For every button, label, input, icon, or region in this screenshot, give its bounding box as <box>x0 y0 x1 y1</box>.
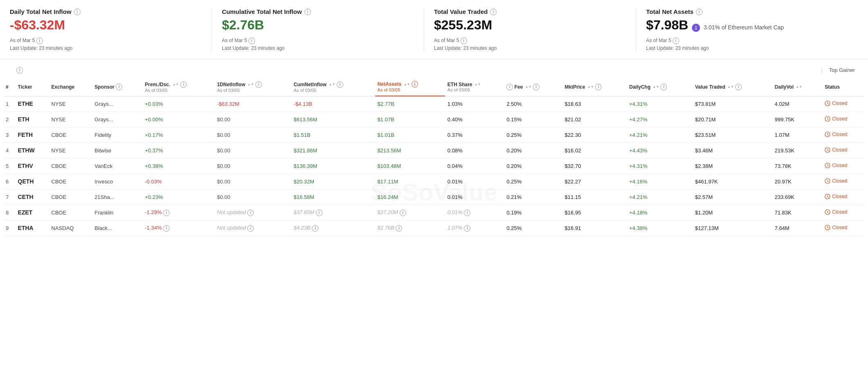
metric-as-of-info-daily-net-inflow[interactable]: i <box>36 38 43 44</box>
net-assets-info-icon[interactable]: i <box>412 81 418 87</box>
cum-info-icon[interactable]: i <box>337 81 343 88</box>
col-prem-dsc[interactable]: Prem./Dsc. ▲▼ i As of 03/05 <box>143 78 215 96</box>
td-value-traded: $23.51M <box>693 127 772 143</box>
sort-top-gainer[interactable]: Top Gainer <box>825 66 858 74</box>
metric-title-daily-net-inflow: Daily Total Net Inflow i <box>10 8 202 15</box>
table-row[interactable]: 8 EZET CBOE Franklin -1.29% i Not update… <box>3 205 865 220</box>
prem-info-icon[interactable]: i <box>180 81 187 88</box>
td-ticker[interactable]: ETHV <box>16 158 49 174</box>
td-1d-net-inflow: $0.00 <box>215 158 291 174</box>
row-info-icon[interactable]: i <box>163 225 170 232</box>
td-status: Closed <box>822 205 865 220</box>
metric-info-total-value-traded[interactable]: i <box>490 9 497 15</box>
metric-as-of-info-cumulative-net-inflow[interactable]: i <box>248 38 255 44</box>
na-info-icon-row[interactable]: i <box>396 225 402 232</box>
metric-info-cumulative-net-inflow[interactable]: i <box>304 9 311 15</box>
td-mkt-price: $22.27 <box>562 174 627 189</box>
td-cum-net-inflow: $321.86M <box>291 143 375 158</box>
col-value-traded[interactable]: Value Traded ▲▼ i <box>693 78 772 96</box>
status-text: Closed <box>832 163 847 168</box>
cum-info-icon-row[interactable]: i <box>316 210 322 216</box>
td-status: Closed <box>822 189 865 205</box>
table-row[interactable]: 5 ETHV CBOE VanEck +0.38% $0.00 $136.39M… <box>3 158 865 174</box>
td-1d-net-inflow: Not updated i <box>215 220 291 236</box>
col-mkt-price[interactable]: MktPrice ▲▼ i <box>562 78 627 96</box>
col-cum-net-inflow[interactable]: CumNetInflow ▲▼ i As of 03/05 <box>291 78 375 96</box>
td-status: Closed <box>822 143 865 158</box>
td-ticker[interactable]: CETH <box>16 189 49 205</box>
1d-sort-arrows: ▲▼ <box>248 83 254 86</box>
cum-info-icon-row[interactable]: i <box>312 225 318 232</box>
eth-share-info-icon-row[interactable]: i <box>464 225 470 232</box>
td-fee: 0.20% <box>504 143 562 158</box>
net-assets-sort-arrows: ▲▼ <box>404 83 410 86</box>
td-eth-share: 0.08% <box>445 143 504 158</box>
table-row[interactable]: 1 ETHE NYSE Grays... +0.03% -$63.32M -$4… <box>3 96 865 112</box>
metric-title-total-net-assets: Total Net Assets i <box>646 8 848 15</box>
col-num: # <box>3 78 16 96</box>
td-net-assets: $103.48M <box>375 158 445 174</box>
metric-as-of-info-total-net-assets[interactable]: i <box>673 38 679 44</box>
status-text: Closed <box>832 147 847 153</box>
td-exchange: NASDAQ <box>49 220 92 236</box>
table-row[interactable]: 9 ETHA NASDAQ Black... -1.34% i Not upda… <box>3 220 865 236</box>
col-1d-net-inflow[interactable]: 1DNetInflow ▲▼ i As of 03/05 <box>215 78 291 96</box>
td-ticker[interactable]: FETH <box>16 127 49 143</box>
daily-chg-info-icon[interactable]: i <box>660 84 667 90</box>
eth-share-info-icon-row[interactable]: i <box>464 210 470 216</box>
metric-card-total-net-assets: Total Net Assets i $7.98B Ξ 3.01% of Eth… <box>646 8 858 52</box>
1d-info-icon[interactable]: i <box>255 81 262 88</box>
na-info-icon-row[interactable]: i <box>400 210 406 216</box>
td-net-assets: $2.77B <box>375 96 445 112</box>
metric-info-total-net-assets[interactable]: i <box>696 9 702 15</box>
metric-value-total-net-assets: $7.98B Ξ 3.01% of Ethereum Market Cap <box>646 18 848 33</box>
metric-card-total-value-traded: Total Value Traded i $255.23M As of Mar … <box>434 8 636 52</box>
td-num: 6 <box>3 174 16 189</box>
eth-share-sort-arrows: ▲▼ <box>474 83 481 86</box>
fee-info-icon2[interactable]: i <box>533 84 539 90</box>
td-cum-net-inflow: $1.51B <box>291 127 375 143</box>
td-ticker[interactable]: ETH <box>16 112 49 127</box>
market-info-icon[interactable]: i <box>16 67 23 74</box>
col-fee[interactable]: i Fee ▲▼ i <box>504 78 562 96</box>
td-value-traded: $127.13M <box>693 220 772 236</box>
td-daily-vol: 7.64M <box>772 220 823 236</box>
col-net-assets[interactable]: NetAssets ▲▼ i As of 03/05 <box>375 78 445 96</box>
inflow-info-icon[interactable]: i <box>247 225 254 232</box>
col-daily-chg[interactable]: DailyChg ▲▼ i <box>627 78 693 96</box>
td-eth-share: 0.37% <box>445 127 504 143</box>
td-daily-chg: +4.21% <box>627 189 693 205</box>
td-ticker[interactable]: ETHW <box>16 143 49 158</box>
mkt-info-icon[interactable]: i <box>595 84 602 90</box>
row-info-icon[interactable]: i <box>163 210 170 216</box>
td-daily-chg: +4.18% <box>627 205 693 220</box>
inflow-info-icon[interactable]: i <box>247 210 254 216</box>
sponsor-info-icon[interactable]: i <box>116 84 122 90</box>
td-ticker[interactable]: EZET <box>16 205 49 220</box>
status-text: Closed <box>832 132 847 137</box>
table-row[interactable]: 2 ETH NYSE Grays... +0.00% $0.00 $613.56… <box>3 112 865 127</box>
vt-info-icon[interactable]: i <box>735 84 742 90</box>
metric-info-daily-net-inflow[interactable]: i <box>74 9 81 15</box>
clock-icon <box>825 116 830 122</box>
td-daily-chg: +4.21% <box>627 127 693 143</box>
td-value-traded: $2.57M <box>693 189 772 205</box>
metric-as-of-info-total-value-traded[interactable]: i <box>461 38 467 44</box>
fee-info-icon[interactable]: i <box>506 84 513 90</box>
col-daily-vol[interactable]: DailyVol ▲▼ <box>772 78 823 96</box>
sort-net-assets[interactable] <box>811 69 818 71</box>
status-text: Closed <box>832 194 847 199</box>
daily-chg-sort-arrows: ▲▼ <box>653 85 659 89</box>
table-row[interactable]: 7 CETH CBOE 21Sha... +0.23% $0.00 $16.58… <box>3 189 865 205</box>
table-row[interactable]: 4 ETHW NYSE Bitwise +0.37% $0.00 $321.86… <box>3 143 865 158</box>
td-1d-net-inflow: -$63.32M <box>215 96 291 112</box>
td-status: Closed <box>822 174 865 189</box>
td-ticker[interactable]: ETHE <box>16 96 49 112</box>
td-net-assets: $2.76B i <box>375 220 445 236</box>
table-row[interactable]: 6 QETH CBOE Invesco -0.03% $0.00 $20.32M… <box>3 174 865 189</box>
table-row[interactable]: 3 FETH CBOE Fidelity +0.17% $0.00 $1.51B… <box>3 127 865 143</box>
td-ticker[interactable]: ETHA <box>16 220 49 236</box>
col-eth-share[interactable]: ETH Share ▲▼ As of 03/05 <box>445 78 504 96</box>
td-daily-chg: +4.31% <box>627 96 693 112</box>
td-ticker[interactable]: QETH <box>16 174 49 189</box>
